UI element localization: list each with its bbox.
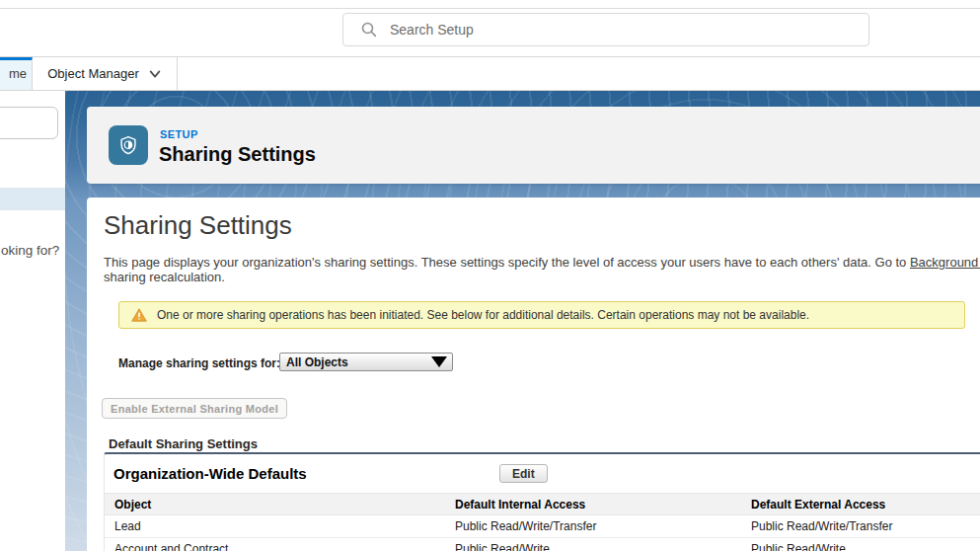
select-caret-icon xyxy=(431,356,447,367)
manage-sharing-selected-value: All Objects xyxy=(286,355,431,369)
setup-sidebar: oking for? xyxy=(0,91,65,551)
enable-external-sharing-button[interactable]: Enable External Sharing Model xyxy=(102,398,287,419)
setup-header-card: SETUP Sharing Settings xyxy=(87,107,980,184)
default-sharing-settings-heading: Default Sharing Settings xyxy=(109,436,258,451)
top-hairline xyxy=(0,8,980,9)
description-line2: sharing recalculation. xyxy=(104,270,980,284)
owd-cell-internal: Public Read/Write/Transfer xyxy=(445,515,741,538)
tab-home-partial[interactable]: me xyxy=(0,57,33,90)
owd-table: Object Default Internal Access Default E… xyxy=(105,493,980,551)
warning-icon xyxy=(131,308,147,322)
owd-cell-object: Account and Contract xyxy=(105,538,445,551)
warning-banner: One or more sharing operations has been … xyxy=(118,301,965,329)
tab-object-manager-label: Object Manager xyxy=(47,66,139,81)
owd-section-title: Organization-Wide Defaults xyxy=(113,465,307,482)
organization-wide-defaults-section: Organization-Wide Defaults Edit Object D… xyxy=(104,452,980,551)
setup-tabbar: me Object Manager xyxy=(0,56,980,91)
sharing-settings-shield-icon xyxy=(109,125,148,165)
chevron-down-icon xyxy=(148,67,162,81)
sidebar-item-selected[interactable] xyxy=(0,188,65,210)
background-jobs-link[interactable]: Background Jobs xyxy=(910,255,980,270)
owd-cell-object: Lead xyxy=(105,515,445,538)
setup-search-bar[interactable] xyxy=(342,13,869,46)
owd-col-default-external-access: Default External Access xyxy=(741,494,980,515)
quick-find-input[interactable] xyxy=(0,107,58,139)
owd-cell-internal: Public Read/Write xyxy=(445,538,741,551)
global-header xyxy=(0,0,980,56)
search-icon xyxy=(361,22,377,38)
owd-edit-button[interactable]: Edit xyxy=(499,464,548,483)
page-description: This page displays your organization's s… xyxy=(104,255,980,284)
owd-table-row-account-contract: Account and Contract Public Read/Write P… xyxy=(105,538,980,551)
page-title: Sharing Settings xyxy=(104,210,292,241)
manage-sharing-label: Manage sharing settings for: xyxy=(118,356,280,370)
owd-table-header-row: Object Default Internal Access Default E… xyxy=(105,494,980,515)
setup-eyebrow-label: SETUP xyxy=(160,128,198,140)
owd-col-object: Object xyxy=(105,494,445,515)
owd-section-header: Organization-Wide Defaults Edit xyxy=(105,454,980,493)
owd-col-default-internal-access: Default Internal Access xyxy=(445,494,741,515)
content-card: Sharing Settings This page displays your… xyxy=(87,197,980,551)
owd-cell-external: Public Read/Write xyxy=(741,538,980,551)
description-text-before-link: This page displays your organization's s… xyxy=(104,255,910,270)
warning-message: One or more sharing operations has been … xyxy=(157,308,809,322)
owd-table-row-lead: Lead Public Read/Write/Transfer Public R… xyxy=(105,515,980,538)
setup-header-title: Sharing Settings xyxy=(159,143,316,166)
tab-object-manager[interactable]: Object Manager xyxy=(33,57,178,90)
search-input[interactable] xyxy=(390,22,868,38)
owd-cell-external: Public Read/Write/Transfer xyxy=(741,515,980,538)
manage-sharing-select[interactable]: All Objects xyxy=(279,353,453,371)
sidebar-looking-for-text: oking for? xyxy=(1,243,59,258)
